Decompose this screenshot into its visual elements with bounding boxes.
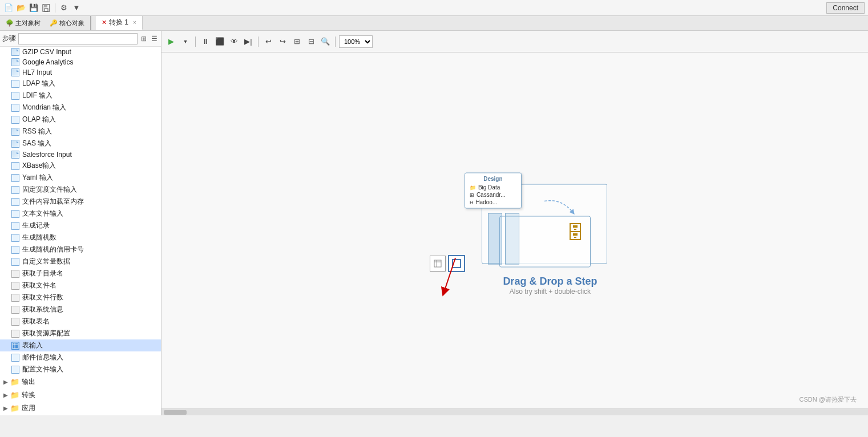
- run-button[interactable]: ▶: [165, 35, 177, 48]
- svg-rect-6: [434, 260, 441, 267]
- toolbar-separator-1: [55, 3, 55, 13]
- save-icon[interactable]: 💾: [29, 3, 39, 13]
- list-item[interactable]: 获取资源库配置: [0, 327, 161, 339]
- group-app[interactable]: ▶ 📁 应用: [0, 402, 161, 415]
- list-item[interactable]: 文本文件输入: [0, 208, 161, 220]
- connect-button[interactable]: Connect: [826, 2, 865, 14]
- hint-menu-title: Design: [470, 176, 516, 182]
- undo-button[interactable]: ↩: [262, 35, 274, 48]
- list-item[interactable]: 获取系统信息: [0, 304, 161, 315]
- table-input-icon: [11, 342, 19, 350]
- transform-tab-icon: ✕: [102, 19, 107, 26]
- list-item[interactable]: RSS 输入: [0, 126, 161, 137]
- canvas-scrollbar[interactable]: [162, 408, 868, 415]
- get-filerows-icon: [11, 294, 19, 302]
- stop-button[interactable]: ⬛: [213, 35, 226, 48]
- list-item[interactable]: 获取文件名: [0, 280, 161, 292]
- more-button-1[interactable]: ⊟: [305, 35, 317, 48]
- canvas-sep-2: [258, 37, 259, 47]
- svg-rect-2: [45, 9, 48, 11]
- group-output[interactable]: ▶ 📁 输出: [0, 375, 161, 389]
- list-item[interactable]: Google Analytics: [0, 57, 161, 67]
- list-item[interactable]: 获取文件行数: [0, 292, 161, 304]
- list-item[interactable]: 生成随机数: [0, 232, 161, 244]
- tab-bar: 🌳 主对象树 🔑 核心对象 ✕ 转换 1 ×: [0, 16, 868, 31]
- pause-button[interactable]: ⏸: [199, 35, 212, 48]
- get-subdir-icon: [11, 270, 19, 278]
- search-filter-icon[interactable]: ⊞: [140, 34, 148, 44]
- gen-random-cc-icon: [11, 246, 19, 254]
- list-item[interactable]: OLAP 输入: [0, 114, 161, 126]
- main-layout: 步骤 ⊞ ☰ GZIP CSV Input Google Analytics H…: [0, 31, 868, 415]
- run-dropdown-button[interactable]: ▼: [179, 35, 192, 48]
- list-item[interactable]: HL7 Input: [0, 67, 161, 78]
- hint-panel-left2: [505, 213, 519, 265]
- top-toolbar: 📄 📂 💾 ⚙ ▼ Connect: [0, 0, 868, 16]
- watermark: CSDN @请热爱下去: [800, 395, 857, 404]
- tab-core-objects[interactable]: 🔑 核心对象: [45, 17, 89, 30]
- list-item[interactable]: Mondrian 输入: [0, 102, 161, 114]
- dropdown-arrow-icon[interactable]: ▼: [71, 3, 82, 13]
- yaml-icon: [11, 174, 19, 182]
- big-data-icon: 📁: [470, 184, 476, 190]
- list-item[interactable]: 生成记录: [0, 220, 161, 232]
- tree-list: GZIP CSV Input Google Analytics HL7 Inpu…: [0, 47, 161, 415]
- list-item[interactable]: 生成随机的信用卡号: [0, 244, 161, 256]
- step-label: 步骤: [2, 34, 16, 43]
- list-item[interactable]: 配置文件输入: [0, 363, 161, 375]
- transform-tab[interactable]: ✕ 转换 1 ×: [96, 16, 143, 30]
- run-single-button[interactable]: ▶|: [242, 35, 255, 48]
- save-as-icon[interactable]: [41, 3, 51, 13]
- redo-button[interactable]: ↪: [276, 35, 289, 48]
- ldif-icon: [11, 92, 19, 100]
- step-box-selected[interactable]: [448, 255, 465, 272]
- search-list-icon[interactable]: ☰: [150, 34, 159, 44]
- hadoop-icon: H: [470, 199, 474, 205]
- search-input[interactable]: [18, 33, 138, 44]
- zoom-select[interactable]: 100% 75% 50% 125% 150%: [339, 35, 373, 48]
- core-icon: 🔑: [50, 19, 58, 27]
- list-item[interactable]: Salesforce Input: [0, 149, 161, 160]
- list-item[interactable]: LDAP 输入: [0, 78, 161, 90]
- canvas-toolbar: ▶ ▼ ⏸ ⬛ 👁 ▶| ↩ ↪ ⊞ ⊟ 🔍 100% 75% 50% 125%…: [162, 31, 868, 52]
- list-item[interactable]: LDIF 输入: [0, 90, 161, 102]
- new-file-icon[interactable]: 📄: [3, 3, 14, 13]
- canvas-area[interactable]: 🗄: [162, 52, 868, 415]
- hint-menu-item: ⊞ Cassandr...: [470, 191, 516, 199]
- more-button-2[interactable]: 🔍: [319, 35, 332, 48]
- mondrian-icon: [11, 104, 19, 112]
- list-item-table-input[interactable]: 表输入: [0, 339, 161, 351]
- gen-record-icon: [11, 222, 19, 230]
- list-item[interactable]: GZIP CSV Input: [0, 47, 161, 57]
- list-item[interactable]: 获取表名: [0, 315, 161, 327]
- list-item[interactable]: 邮件信息输入: [0, 351, 161, 363]
- tab-main-objects[interactable]: 🌳 主对象树: [1, 17, 45, 30]
- group-app-folder: 📁: [10, 404, 19, 412]
- text-file-icon: [11, 210, 19, 218]
- preview-button[interactable]: 👁: [228, 35, 240, 48]
- svg-rect-1: [44, 5, 47, 7]
- drag-drop-title: Drag & Drop a Step: [482, 276, 619, 288]
- group-transform[interactable]: ▶ 📁 转换: [0, 389, 161, 402]
- list-item[interactable]: XBase输入: [0, 160, 161, 172]
- list-item[interactable]: 自定义常量数据: [0, 256, 161, 268]
- list-item[interactable]: SAS 输入: [0, 137, 161, 149]
- group-app-arrow: ▶: [3, 405, 8, 411]
- group-flow[interactable]: ▶ 📁 流程: [0, 415, 161, 415]
- group-output-arrow: ▶: [3, 379, 8, 385]
- list-item[interactable]: Yaml 输入: [0, 172, 161, 184]
- svg-rect-3: [13, 343, 18, 349]
- transform-tab-close[interactable]: ×: [133, 19, 136, 26]
- list-item[interactable]: 获取子目录名: [0, 268, 161, 280]
- ldap-icon: [11, 80, 19, 88]
- list-item[interactable]: 文件内容加载至内存: [0, 196, 161, 208]
- settings-icon[interactable]: ⚙: [59, 3, 69, 13]
- mail-icon: [11, 354, 19, 362]
- scrollbar-thumb[interactable]: [164, 410, 187, 415]
- list-item[interactable]: 固定宽度文件输入: [0, 184, 161, 196]
- align-button[interactable]: ⊞: [290, 35, 303, 48]
- drag-drop-hint: 🗄: [482, 173, 619, 296]
- custom-const-icon: [11, 258, 19, 266]
- open-file-icon[interactable]: 📂: [16, 3, 26, 13]
- step-box-small[interactable]: [430, 256, 446, 272]
